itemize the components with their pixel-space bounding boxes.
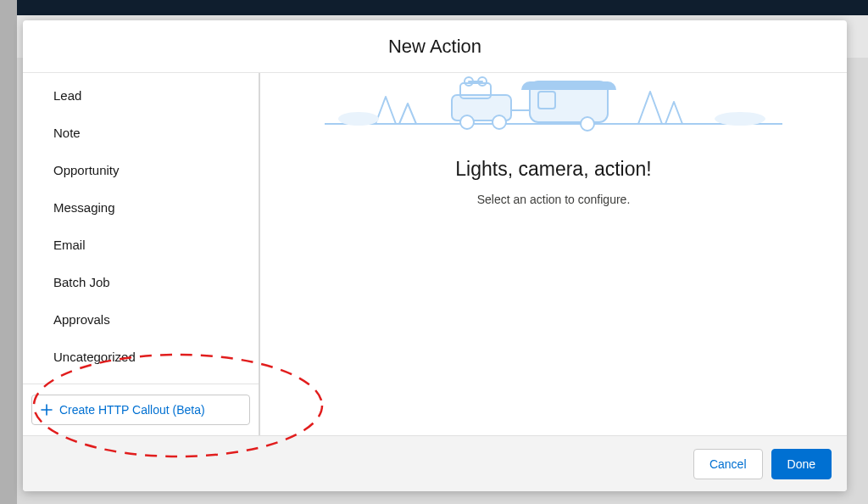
- empty-state-title: Lights, camera, action!: [455, 158, 651, 181]
- sidebar-item-lead[interactable]: Lead: [23, 76, 259, 114]
- sidebar-item-messaging[interactable]: Messaging: [23, 188, 259, 226]
- empty-state-subtitle: Select an action to configure.: [477, 193, 631, 206]
- cancel-button[interactable]: Cancel: [693, 449, 763, 479]
- sidebar-item-approvals[interactable]: Approvals: [23, 300, 259, 338]
- sidebar-item-label: Approvals: [53, 312, 110, 327]
- sidebar-item-label: Messaging: [53, 200, 115, 215]
- empty-state-illustration: [325, 73, 782, 134]
- app-topbar-behind: [17, 0, 868, 15]
- sidebar-item-opportunity[interactable]: Opportunity: [23, 151, 259, 188]
- modal-body: Lead Note Opportunity Messaging Email Ba…: [23, 73, 847, 435]
- action-category-sidebar: Lead Note Opportunity Messaging Email Ba…: [23, 73, 260, 435]
- modal-content: Lights, camera, action! Select an action…: [260, 73, 847, 435]
- create-button-label: Create HTTP Callout (Beta): [59, 403, 205, 417]
- sidebar-item-label: Batch Job: [53, 275, 110, 289]
- sidebar-item-label: Note: [53, 126, 81, 140]
- plus-icon: [41, 404, 53, 416]
- svg-point-13: [715, 112, 765, 126]
- sidebar-item-label: Lead: [53, 88, 81, 103]
- svg-point-5: [492, 115, 506, 129]
- sidebar-item-note[interactable]: Note: [23, 114, 259, 151]
- sidebar-item-label: Email: [53, 238, 86, 252]
- sidebar-footer: Create HTTP Callout (Beta): [23, 384, 259, 435]
- sidebar-item-label: Opportunity: [53, 163, 120, 177]
- modal-footer: Cancel Done: [23, 435, 847, 491]
- svg-point-4: [460, 115, 474, 129]
- new-action-modal: New Action Lead Note Opportunity Messagi…: [23, 20, 847, 491]
- svg-point-1: [338, 112, 379, 126]
- modal-title: New Action: [388, 36, 481, 58]
- sidebar-item-label: Uncategorized: [53, 350, 136, 364]
- sidebar-item-email[interactable]: Email: [23, 226, 259, 263]
- done-button[interactable]: Done: [771, 449, 832, 479]
- modal-header: New Action: [23, 20, 847, 73]
- sidebar-list[interactable]: Lead Note Opportunity Messaging Email Ba…: [23, 73, 259, 384]
- sidebar-item-batch-job[interactable]: Batch Job: [23, 263, 259, 300]
- svg-point-12: [581, 117, 594, 131]
- create-http-callout-button[interactable]: Create HTTP Callout (Beta): [31, 395, 250, 425]
- sidebar-item-uncategorized[interactable]: Uncategorized: [23, 338, 259, 375]
